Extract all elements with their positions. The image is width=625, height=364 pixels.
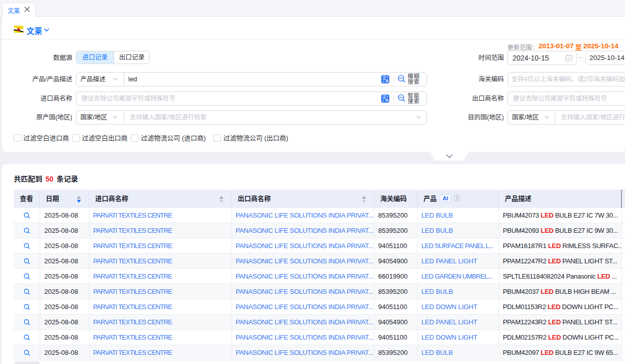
svg-text:A: A xyxy=(385,78,389,83)
svg-text:A: A xyxy=(385,98,389,103)
